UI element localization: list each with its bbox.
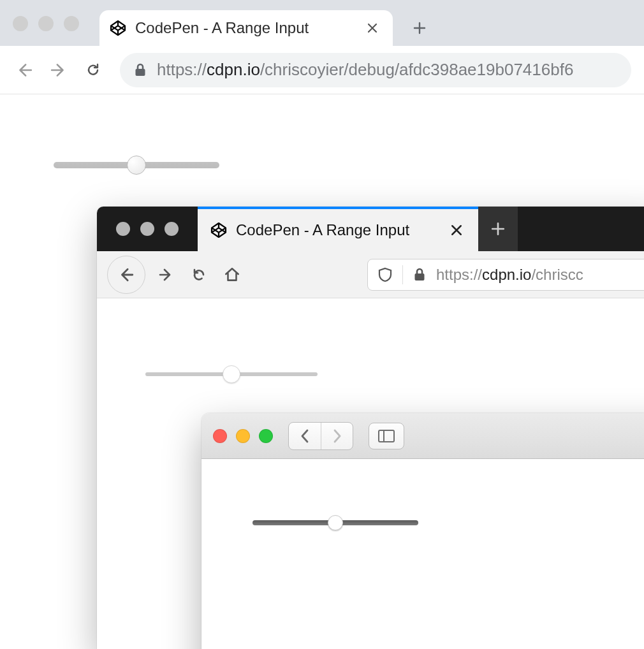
page-content <box>201 459 644 649</box>
separator <box>402 265 403 284</box>
minimize-dot[interactable] <box>236 429 250 443</box>
sidebar-button[interactable] <box>369 423 404 449</box>
back-button[interactable] <box>289 423 321 449</box>
firefox-tab-strip: CodePen - A Range Input <box>97 207 644 251</box>
minimize-dot[interactable] <box>38 16 54 31</box>
close-icon <box>451 224 462 236</box>
home-button[interactable] <box>219 262 245 288</box>
address-bar[interactable]: https://cdpn.io/chriscc <box>367 259 644 291</box>
back-button[interactable] <box>107 256 145 294</box>
firefox-toolbar: https://cdpn.io/chriscc <box>97 251 644 298</box>
new-tab-button[interactable] <box>478 207 518 251</box>
zoom-dot[interactable] <box>259 429 273 443</box>
nav-segment <box>288 422 353 450</box>
back-button[interactable] <box>13 59 36 82</box>
address-bar[interactable]: https://cdpn.io/chriscoyier/debug/afdc39… <box>120 53 631 87</box>
url-text: https://cdpn.io/chriscoyier/debug/afdc39… <box>157 60 573 80</box>
range-thumb[interactable] <box>127 156 146 175</box>
chrome-toolbar: https://cdpn.io/chriscoyier/debug/afdc39… <box>0 46 644 94</box>
plus-icon <box>413 22 426 34</box>
close-dot[interactable] <box>13 16 28 31</box>
lock-icon <box>413 268 426 282</box>
range-input[interactable] <box>145 372 318 376</box>
forward-button[interactable] <box>47 59 70 82</box>
arrow-left-icon <box>16 62 33 78</box>
arrow-left-icon <box>118 266 135 283</box>
safari-toolbar <box>201 413 644 459</box>
zoom-dot[interactable] <box>64 16 79 31</box>
nav-buttons <box>13 59 105 82</box>
chevron-right-icon <box>332 428 342 444</box>
window-controls[interactable] <box>13 16 79 31</box>
codepen-icon <box>110 20 126 36</box>
chevron-left-icon <box>300 428 310 444</box>
range-thumb[interactable] <box>328 515 343 530</box>
forward-button[interactable] <box>321 423 353 449</box>
reload-button[interactable] <box>186 262 212 288</box>
range-input[interactable] <box>54 162 219 168</box>
home-icon <box>224 266 240 283</box>
reload-icon <box>85 62 101 78</box>
tab-title: CodePen - A Range Input <box>135 19 309 37</box>
arrow-right-icon <box>158 267 173 282</box>
svg-rect-2 <box>379 430 394 442</box>
reload-button[interactable] <box>82 59 105 82</box>
svg-rect-1 <box>415 273 425 281</box>
tab-close-button[interactable] <box>363 19 381 37</box>
browser-tab[interactable]: CodePen - A Range Input <box>198 207 478 251</box>
tab-title: CodePen - A Range Input <box>236 221 409 239</box>
codepen-icon <box>210 222 227 238</box>
svg-rect-0 <box>136 69 145 76</box>
range-thumb[interactable] <box>223 365 240 383</box>
arrow-right-icon <box>50 62 67 78</box>
close-dot[interactable] <box>213 429 227 443</box>
browser-tab[interactable]: CodePen - A Range Input <box>99 10 393 46</box>
close-icon <box>367 23 377 33</box>
minimize-dot[interactable] <box>140 222 154 236</box>
safari-window <box>201 413 644 649</box>
plus-icon <box>491 222 505 236</box>
window-controls[interactable] <box>213 429 273 443</box>
forward-button[interactable] <box>153 262 179 288</box>
zoom-dot[interactable] <box>165 222 179 236</box>
close-dot[interactable] <box>116 222 130 236</box>
url-text: https://cdpn.io/chriscc <box>436 266 583 284</box>
sidebar-icon <box>378 430 395 442</box>
window-controls[interactable] <box>97 207 198 251</box>
reload-icon <box>191 267 207 282</box>
new-tab-button[interactable] <box>404 13 435 43</box>
shield-icon <box>378 267 392 282</box>
chrome-tab-strip: CodePen - A Range Input <box>0 0 644 46</box>
lock-icon <box>134 63 147 77</box>
tab-close-button[interactable] <box>448 221 465 239</box>
range-input[interactable] <box>252 520 418 525</box>
